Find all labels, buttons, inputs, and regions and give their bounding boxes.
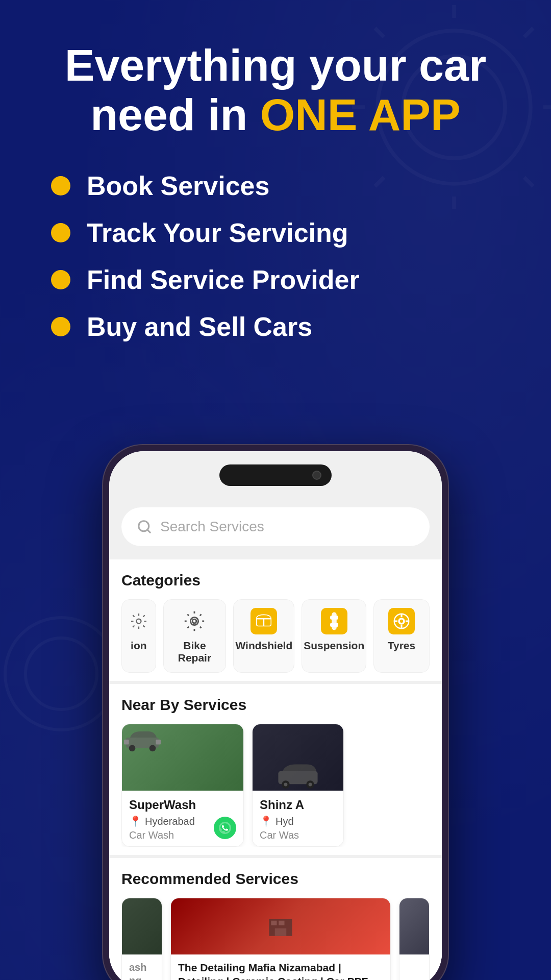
rec-card-name-detailing: The Detailing Mafia Nizamabad | Detailin… <box>178 961 383 980</box>
building-icon <box>265 914 296 939</box>
svg-point-29 <box>309 783 312 787</box>
recommended-title: Recommended Services <box>121 870 430 888</box>
feature-text-book: Book Services <box>87 170 269 201</box>
category-label-suspension: Suspension <box>304 640 364 652</box>
bullet-dot-book <box>51 176 70 195</box>
categories-section: Categories ion <box>109 559 442 681</box>
category-label-bike-repair: Bike Repair <box>169 640 221 664</box>
category-icon-suspension <box>321 608 347 634</box>
bullet-dot-track <box>51 223 70 242</box>
feature-text-buy: Buy and Sell Cars <box>87 311 312 342</box>
bullet-dot-find <box>51 270 70 289</box>
features-list: Book Services Track Your Servicing Find … <box>31 170 520 342</box>
phone-mockup: Search Services Categories <box>102 444 449 980</box>
svg-point-6 <box>136 619 141 624</box>
nearby-title: Near By Services <box>121 696 430 714</box>
svg-point-7 <box>191 617 198 625</box>
whatsapp-btn-superwash[interactable] <box>214 817 236 839</box>
category-icon-tyres <box>388 608 415 634</box>
svg-rect-11 <box>331 617 337 619</box>
svg-point-22 <box>149 745 156 751</box>
rec-card-image-detailing <box>171 898 390 954</box>
svg-point-2 <box>5 618 117 730</box>
rec-card-info-detailing: The Detailing Mafia Nizamabad | Detailin… <box>171 954 390 980</box>
svg-rect-10 <box>333 613 336 629</box>
svg-line-5 <box>147 530 150 532</box>
feature-buy: Buy and Sell Cars <box>51 311 500 342</box>
categories-scroll[interactable]: ion Bike Repair <box>121 599 430 673</box>
nearby-section: Near By Services <box>109 684 442 855</box>
car-icon-superwash <box>122 724 163 755</box>
service-type-shinz: Car Was <box>260 829 336 841</box>
svg-rect-33 <box>275 928 287 936</box>
svg-rect-12 <box>331 624 337 626</box>
rec-card-partial-left[interactable]: ashng <box>121 898 162 980</box>
svg-point-15 <box>400 620 403 623</box>
rec-card-image-partial <box>122 898 162 954</box>
category-item-bike-repair[interactable]: Bike Repair <box>163 599 227 673</box>
svg-point-8 <box>193 619 197 623</box>
phone-screen: Search Services Categories <box>109 451 442 980</box>
svg-rect-24 <box>156 740 161 745</box>
notch-camera <box>312 471 321 480</box>
category-icon-bike-repair <box>181 608 208 634</box>
phone-screen-content: Search Services Categories <box>109 451 442 980</box>
service-card-image-superwash <box>122 724 243 791</box>
service-name-superwash: SuperWash <box>129 798 236 812</box>
hero-title: Everything your car need in ONE APP <box>31 41 520 140</box>
car-icon-shinz <box>253 760 343 791</box>
category-item-windshield[interactable]: Windshield <box>233 599 294 673</box>
feature-find: Find Service Provider <box>51 264 500 295</box>
feature-text-track: Track Your Servicing <box>87 217 348 248</box>
service-card-superwash[interactable]: SuperWash 📍 Hyderabad Car Wash <box>121 724 244 847</box>
nearby-scroll[interactable]: SuperWash 📍 Hyderabad Car Wash <box>121 724 430 847</box>
phone-frame: Search Services Categories <box>102 444 449 980</box>
location-city-shinz: Hyd <box>276 816 294 827</box>
category-icon-partial <box>126 608 152 634</box>
feature-text-find: Find Service Provider <box>87 264 360 295</box>
category-item-partial[interactable]: ion <box>121 599 156 673</box>
location-pin-shinz: 📍 <box>260 815 272 827</box>
location-city-superwash: Hyderabad <box>145 816 195 827</box>
rec-card-detailing-mafia[interactable]: The Detailing Mafia Nizamabad | Detailin… <box>170 898 391 980</box>
svg-rect-23 <box>124 740 129 745</box>
phone-notch <box>219 464 332 486</box>
category-icon-windshield <box>251 608 277 634</box>
svg-point-3 <box>26 638 97 709</box>
category-item-suspension[interactable]: Suspension <box>302 599 366 673</box>
recommended-section: Recommended Services ashng <box>109 858 442 980</box>
category-label-tyres: Tyres <box>388 640 415 652</box>
search-bar[interactable]: Search Services <box>121 507 430 546</box>
search-bar-container: Search Services <box>109 497 442 556</box>
recommended-scroll[interactable]: ashng <box>121 898 430 980</box>
svg-rect-32 <box>279 921 284 925</box>
search-placeholder: Search Services <box>160 519 264 535</box>
rec-card-partial-right[interactable] <box>399 898 430 980</box>
search-icon <box>137 519 152 534</box>
svg-rect-31 <box>271 921 277 925</box>
feature-track: Track Your Servicing <box>51 217 500 248</box>
service-card-info-shinz: Shinz A 📍 Hyd Car Was <box>253 791 343 846</box>
service-card-image-shinz <box>253 724 343 791</box>
category-item-tyres[interactable]: Tyres <box>373 599 430 673</box>
svg-point-27 <box>284 783 288 787</box>
svg-point-21 <box>129 745 136 751</box>
rec-card-info-partial: ashng <box>122 954 162 980</box>
service-name-shinz: Shinz A <box>260 798 336 812</box>
category-label-partial: ion <box>131 640 147 652</box>
category-label-windshield: Windshield <box>235 640 292 652</box>
location-pin-superwash: 📍 <box>129 815 142 827</box>
service-location-shinz: 📍 Hyd <box>260 815 336 827</box>
feature-book: Book Services <box>51 170 500 201</box>
hero-section: Everything your car need in ONE APP Book… <box>0 0 551 362</box>
rec-card-image-partial-right <box>399 898 429 954</box>
service-card-shinz[interactable]: Shinz A 📍 Hyd Car Was <box>252 724 344 847</box>
bullet-dot-buy <box>51 317 70 336</box>
rec-card-name-partial: ashng <box>129 961 155 980</box>
categories-title: Categories <box>121 572 430 589</box>
